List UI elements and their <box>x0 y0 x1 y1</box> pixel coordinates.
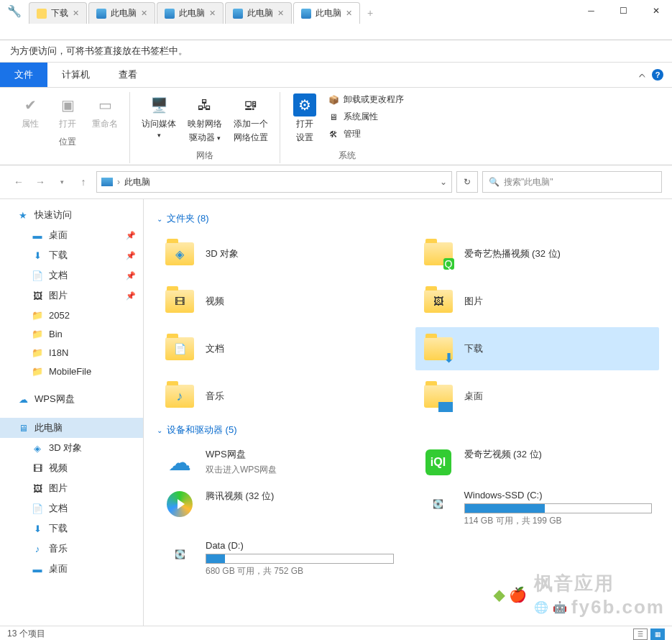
sidebar-item-2052[interactable]: 📁 2052 <box>0 306 143 324</box>
device-wps[interactable]: ☁ WPS网盘 双击进入WPS网盘 <box>157 444 401 481</box>
item-count: 13 个项目 <box>7 628 45 640</box>
folder-icon: 📄 <box>164 333 195 365</box>
folder-desktop[interactable]: 桌面 <box>415 375 660 418</box>
view-icons-button[interactable]: ▦ <box>650 628 665 640</box>
folder-iqiyi-hot[interactable]: Q 爱奇艺热播视频 (32 位) <box>415 232 660 275</box>
search-input[interactable]: 🔍 搜索"此电脑" <box>482 171 662 193</box>
sidebar-item-thispc[interactable]: 🖥 此电脑 <box>0 418 143 438</box>
sidebar-item-pictures[interactable]: 🖼 图片 📌 <box>0 285 143 306</box>
drive-c[interactable]: 💽 Windows-SSD (C:) 114 GB 可用，共 199 GB <box>415 485 660 531</box>
section-devices-header[interactable]: ⌄ 设备和驱动器 (5) <box>157 424 659 436</box>
collapse-ribbon-icon[interactable]: ᨈ <box>639 70 646 80</box>
label: 驱动器 <box>189 132 215 142</box>
properties-button[interactable]: ✔ 属性 <box>13 92 47 132</box>
label: 管理 <box>344 128 361 140</box>
minimize-button[interactable]: ─ <box>575 0 607 22</box>
sidebar-item-desktop2[interactable]: ▬ 桌面 <box>0 559 143 579</box>
label: 添加一个 <box>234 118 268 130</box>
label: 卸载或更改程序 <box>344 93 404 106</box>
tab-label: 下载 <box>51 7 68 19</box>
sidebar-item-3dobjects[interactable]: ◈ 3D 对象 <box>0 438 143 458</box>
device-tencent[interactable]: 腾讯视频 (32 位) <box>157 485 401 531</box>
menu-file[interactable]: 文件 <box>0 63 47 87</box>
ribbon-group-system: ⚙ 打开 设置 📦 卸载或更改程序 🖥 系统属性 🛠 管理 系统 <box>280 92 414 163</box>
access-media-button[interactable]: 🖥️ 访问媒体 ▾ <box>137 92 180 145</box>
sidebar-item-wps[interactable]: ☁ WPS网盘 <box>0 389 143 409</box>
search-icon: 🔍 <box>489 177 500 187</box>
pc-icon <box>301 9 311 19</box>
folder-3dobjects[interactable]: ◈ 3D 对象 <box>157 232 401 275</box>
sidebar-item-downloads2[interactable]: ⬇ 下载 <box>0 518 143 539</box>
system-properties-button[interactable]: 🖥 系统属性 <box>325 109 407 124</box>
sidebar-item-documents2[interactable]: 📄 文档 <box>0 498 143 518</box>
sidebar-item-music[interactable]: ♪ 音乐 <box>0 539 143 559</box>
manage-button[interactable]: 🛠 管理 <box>325 127 407 142</box>
ribbon-group-location: ✔ 属性 ▣ 打开 ▭ 重命名 位置 <box>6 92 130 163</box>
sidebar-item-bin[interactable]: 📁 Bin <box>0 324 143 343</box>
media-icon: 🖥️ <box>147 93 170 116</box>
maximize-button[interactable]: ☐ <box>607 0 640 22</box>
tab-thispc-2[interactable]: 此电脑 ✕ <box>157 2 224 24</box>
wrench-icon[interactable]: 🔧 <box>0 0 29 22</box>
folder-icon: Q <box>423 238 454 270</box>
tab-label: 此电脑 <box>247 7 273 19</box>
device-iqiyi[interactable]: iQI 爱奇艺视频 (32 位) <box>415 444 660 481</box>
label: 图片 <box>464 295 483 308</box>
uninstall-programs-button[interactable]: 📦 卸载或更改程序 <box>325 92 407 107</box>
tab-thispc-4[interactable]: 此电脑 ✕ <box>293 2 360 24</box>
add-network-location-button[interactable]: 🖳 添加一个 网络位置 <box>229 92 272 145</box>
open-settings-button[interactable]: ⚙ 打开 设置 <box>287 92 322 145</box>
menu-bar: 文件 计算机 查看 ᨈ ? <box>0 63 672 88</box>
close-icon[interactable]: ✕ <box>209 9 216 18</box>
sidebar-item-desktop[interactable]: ▬ 桌面 📌 <box>0 225 143 245</box>
help-icon[interactable]: ? <box>652 69 663 81</box>
map-drive-button[interactable]: 🖧 映射网络 驱动器 ▾ <box>183 92 226 145</box>
drive-d[interactable]: 💽 Data (D:) 680 GB 可用，共 752 GB <box>157 536 401 582</box>
usage-bar <box>464 503 653 513</box>
tab-thispc-3[interactable]: 此电脑 ✕ <box>225 2 292 24</box>
open-button[interactable]: ▣ 打开 <box>50 92 85 132</box>
breadcrumb-text: 此电脑 <box>124 176 150 188</box>
close-icon[interactable]: ✕ <box>141 9 147 18</box>
folder-downloads[interactable]: ⬇ 下载 <box>415 327 660 370</box>
folder-music[interactable]: ♪ 音乐 <box>157 375 401 418</box>
sidebar-item-documents[interactable]: 📄 文档 📌 <box>0 265 143 285</box>
close-icon[interactable]: ✕ <box>73 9 79 18</box>
sidebar-item-quickaccess[interactable]: ★ 快速访问 <box>0 205 143 225</box>
sidebar: ★ 快速访问 ▬ 桌面 📌 ⬇ 下载 📌 📄 文档 📌 🖼 图片 📌 📁 205… <box>0 199 144 626</box>
sidebar-item-video[interactable]: 🎞 视频 <box>0 458 143 478</box>
folder-pictures[interactable]: 🖼 图片 <box>415 280 660 323</box>
close-button[interactable]: ✕ <box>640 0 672 22</box>
label: 图片 <box>49 482 68 495</box>
close-icon[interactable]: ✕ <box>277 9 284 18</box>
tab-thispc-1[interactable]: 此电脑 ✕ <box>88 2 155 24</box>
sidebar-item-pictures2[interactable]: 🖼 图片 <box>0 478 143 498</box>
watermark-url: fy6b.com <box>571 596 665 618</box>
sidebar-item-downloads[interactable]: ⬇ 下载 📌 <box>0 245 143 265</box>
usage-bar <box>206 554 394 564</box>
close-icon[interactable]: ✕ <box>346 9 352 18</box>
menu-computer[interactable]: 计算机 <box>47 63 104 87</box>
view-details-button[interactable]: ☰ <box>633 628 648 640</box>
forward-button[interactable]: → <box>32 173 49 191</box>
back-button[interactable]: ← <box>10 173 27 191</box>
breadcrumb[interactable]: › 此电脑 ⌄ <box>96 171 452 193</box>
chevron-down-icon[interactable]: ⌄ <box>440 177 447 187</box>
menu-view[interactable]: 查看 <box>104 63 152 87</box>
status-bar: 13 个项目 ☰ ▦ <box>0 626 672 640</box>
refresh-button[interactable]: ↻ <box>456 171 478 193</box>
sidebar-item-mobilefile[interactable]: 📁 MobileFile <box>0 362 143 380</box>
label: 桌面 <box>464 390 483 403</box>
folder-documents[interactable]: 📄 文档 <box>157 327 401 370</box>
usage-text: 680 GB 可用，共 752 GB <box>206 565 394 577</box>
sidebar-item-i18n[interactable]: 📁 I18N <box>0 343 143 362</box>
folder-video[interactable]: 🎞 视频 <box>157 280 401 323</box>
rename-button[interactable]: ▭ 重命名 <box>88 92 122 132</box>
section-folders-header[interactable]: ⌄ 文件夹 (8) <box>157 212 659 225</box>
up-button[interactable]: ↑ <box>75 173 92 191</box>
folder-icon: 📁 <box>32 365 43 377</box>
tab-downloads[interactable]: 下载 ✕ <box>29 2 87 24</box>
new-tab-button[interactable]: + <box>362 4 379 22</box>
document-icon: 📄 <box>32 503 43 514</box>
recent-button[interactable]: ▾ <box>53 173 70 191</box>
